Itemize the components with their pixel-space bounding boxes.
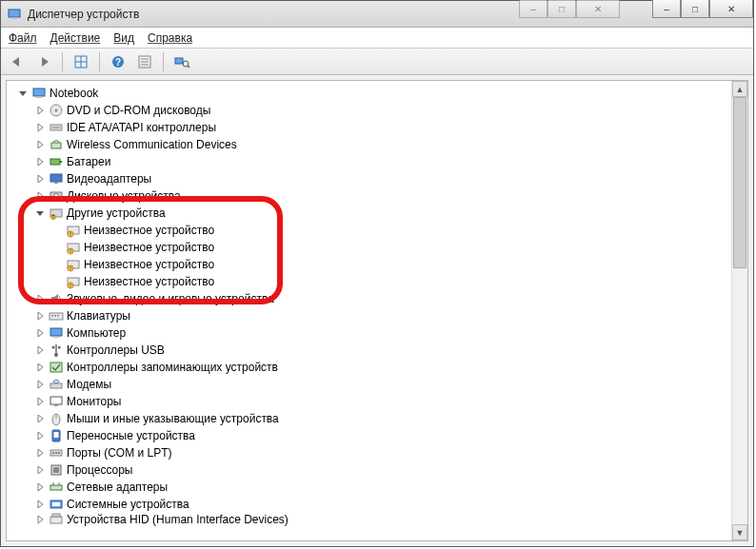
expander-icon[interactable] — [33, 138, 47, 151]
tree-node[interactable]: Модемы — [9, 376, 731, 393]
expander-icon[interactable] — [33, 172, 47, 186]
tree-node-label: Звуковые, видео и игровые устройства — [67, 292, 274, 305]
tree-node[interactable]: !Неизвестное устройство — [9, 273, 731, 290]
tree-node-label: Переносные устройства — [67, 429, 195, 442]
expander-icon[interactable] — [33, 412, 47, 425]
tree-node-label: Мыши и иные указывающие устройства — [67, 412, 279, 425]
storage-icon — [49, 360, 64, 375]
tree-node-label: Wireless Communication Devices — [67, 138, 237, 151]
expander-icon[interactable] — [33, 189, 47, 203]
computer-icon — [31, 86, 47, 101]
help-button[interactable]: ? — [108, 51, 129, 72]
maximize-button[interactable]: □ — [681, 0, 709, 18]
scan-button[interactable] — [171, 51, 192, 72]
expander-icon[interactable] — [33, 343, 47, 357]
svg-text:?: ? — [115, 57, 121, 68]
expander-icon[interactable] — [33, 446, 47, 460]
show-hidden-button[interactable] — [70, 51, 91, 72]
expander-icon[interactable] — [33, 104, 47, 117]
expander-icon[interactable] — [33, 513, 47, 526]
svg-rect-24 — [54, 182, 58, 184]
tree-node[interactable]: Компьютер — [9, 324, 731, 342]
tree-node[interactable]: IDE ATA/ATAPI контроллеры — [9, 119, 731, 136]
expander-icon[interactable] — [33, 292, 47, 305]
tree-node[interactable]: Контроллеры USB — [9, 342, 731, 359]
tree-node-label: Порты (COM и LPT) — [67, 446, 172, 460]
tree-node[interactable]: Мыши и иные указывающие устройства — [9, 410, 731, 427]
disc-icon — [49, 103, 64, 118]
properties-button[interactable] — [134, 51, 155, 72]
tree-node[interactable]: Переносные устройства — [9, 427, 731, 444]
scan-icon — [174, 55, 189, 69]
menu-view[interactable]: Вид — [113, 31, 134, 45]
tree-node[interactable]: Мониторы — [9, 393, 731, 410]
expander-icon[interactable] — [33, 378, 47, 391]
tree-node-label: IDE ATA/ATAPI контроллеры — [67, 121, 216, 134]
tree-node[interactable]: !Неизвестное устройство — [9, 256, 731, 273]
tree-node[interactable]: Notebook — [9, 85, 731, 102]
hid-icon — [49, 513, 64, 526]
svg-rect-23 — [50, 174, 62, 182]
port-icon — [49, 445, 64, 461]
expander-icon[interactable] — [33, 480, 47, 494]
tree-node[interactable]: DVD и CD-ROM дисководы — [9, 102, 731, 119]
tree-node[interactable]: Порты (COM и LPT) — [9, 444, 731, 461]
minimize-button[interactable]: – — [652, 0, 681, 18]
unknown-icon: ! — [66, 223, 81, 238]
tree-node[interactable]: Сетевые адаптеры — [9, 479, 731, 496]
expander-placeholder — [50, 241, 64, 254]
tree-node[interactable]: Клавиатуры — [9, 307, 731, 324]
scroll-down-button[interactable]: ▼ — [732, 524, 747, 540]
window-title: Диспетчер устройств — [28, 8, 139, 21]
scroll-thumb[interactable] — [733, 97, 746, 268]
expander-icon[interactable] — [33, 309, 47, 323]
expander-icon[interactable] — [33, 155, 47, 168]
close-button[interactable]: ✕ — [709, 0, 753, 18]
menu-file[interactable]: Файл — [9, 31, 37, 45]
expander-icon[interactable] — [33, 498, 47, 511]
expander-icon[interactable] — [33, 326, 47, 340]
back-button[interactable] — [7, 51, 28, 72]
wireless-icon — [49, 137, 64, 152]
expander-icon[interactable] — [33, 429, 47, 442]
forward-button[interactable] — [33, 51, 54, 72]
tree-node[interactable]: Процессоры — [9, 461, 731, 479]
tree-node[interactable]: Видеоадаптеры — [9, 170, 731, 187]
svg-text:?: ? — [52, 214, 55, 220]
tree-node[interactable]: Контроллеры запоминающих устройств — [9, 359, 731, 376]
expander-icon[interactable] — [33, 206, 47, 220]
tree-node-label: Сетевые адаптеры — [67, 480, 168, 494]
tree-node[interactable]: ?Другие устройства — [9, 205, 731, 222]
tree-node[interactable]: !Неизвестное устройство — [9, 239, 731, 256]
titlebar[interactable]: Диспетчер устройств – □ ✕ – □ ✕ — [1, 1, 753, 28]
window-buttons: – □ ✕ — [652, 0, 753, 18]
unknown-icon: ! — [66, 274, 81, 289]
svg-rect-51 — [58, 346, 61, 349]
menu-action[interactable]: Действие — [50, 31, 101, 45]
tree-node-label: Модемы — [67, 378, 111, 391]
tree-node[interactable]: Устройства HID (Human Interface Devices) — [9, 513, 731, 526]
svg-point-26 — [54, 194, 59, 199]
svg-rect-44 — [54, 315, 56, 317]
expander-icon[interactable] — [33, 121, 47, 134]
tree-node[interactable]: Wireless Communication Devices — [9, 136, 731, 153]
expander-icon[interactable] — [33, 361, 47, 374]
expander-icon[interactable] — [16, 87, 30, 100]
tree-node[interactable]: Звуковые, видео и игровые устройства — [9, 290, 731, 307]
tree-node[interactable]: !Неизвестное устройство — [9, 222, 731, 239]
tree-node[interactable]: Системные устройства — [9, 496, 731, 513]
scroll-up-button[interactable]: ▲ — [732, 81, 747, 97]
device-tree[interactable]: NotebookDVD и CD-ROM дисководыIDE ATA/AT… — [7, 81, 731, 540]
grid-icon — [74, 55, 88, 69]
content-area: NotebookDVD и CD-ROM дисководыIDE ATA/AT… — [6, 80, 748, 541]
menu-help[interactable]: Справка — [148, 31, 192, 45]
battery-icon — [49, 154, 64, 169]
expander-icon[interactable] — [33, 463, 47, 477]
vertical-scrollbar[interactable]: ▲ ▼ — [731, 81, 747, 540]
tree-node[interactable]: Дисковые устройства — [9, 187, 731, 205]
app-icon — [7, 7, 22, 22]
shadow-minimize-button: – — [519, 0, 547, 18]
tree-node[interactable]: Батареи — [9, 153, 731, 170]
svg-rect-14 — [33, 88, 45, 96]
expander-icon[interactable] — [33, 395, 47, 408]
